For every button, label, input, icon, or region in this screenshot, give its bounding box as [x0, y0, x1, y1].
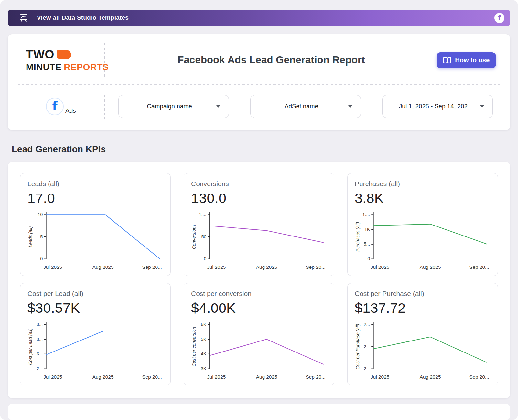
adset-name-dropdown[interactable]: AdSet name — [250, 95, 361, 118]
svg-text:5...: 5... — [364, 241, 370, 247]
dashboard-page: View all Data Studio Templates f TWO MIN… — [0, 0, 518, 420]
svg-text:Aug 2025: Aug 2025 — [92, 264, 114, 270]
svg-text:Sep 20...: Sep 20... — [469, 374, 489, 380]
kpi-card-cost-per-conversion: Cost per conversion $4.00K 3K4K5K6KCost … — [184, 283, 334, 386]
svg-text:Purchases (all): Purchases (all) — [355, 222, 360, 252]
svg-text:Cost per Purchase (all): Cost per Purchase (all) — [355, 324, 360, 369]
kpi-value: 17.0 — [27, 190, 163, 206]
kpi-line-chart: 0510Leads (all)Jul 2025Aug 2025Sep 20... — [27, 210, 163, 273]
svg-text:Jul 2025: Jul 2025 — [371, 264, 389, 270]
kpi-title: Cost per conversion — [191, 290, 327, 298]
kpi-card-conversions: Conversions 130.0 0501....ConversionsJul… — [184, 173, 334, 276]
kpi-title: Conversions — [191, 180, 327, 188]
svg-text:Sep 20...: Sep 20... — [142, 264, 162, 270]
kpi-value: $4.00K — [191, 300, 327, 316]
svg-text:Aug 2025: Aug 2025 — [420, 264, 441, 270]
svg-text:Leads (all): Leads (all) — [28, 226, 33, 247]
kpi-line-chart: 3K4K5K6KCost per conversionJul 2025Aug 2… — [191, 320, 327, 383]
svg-text:Sep 20...: Sep 20... — [306, 264, 325, 270]
adset-name-label: AdSet name — [285, 103, 318, 110]
report-header-card: TWO MINUTEREPORTS Facebook Ads Lead Gene… — [8, 34, 510, 130]
page-title: Facebook Ads Lead Generation Report — [106, 54, 437, 66]
filter-dropdowns: Campaign name AdSet name Jul 1, 2025 - S… — [106, 95, 493, 118]
kpi-title: Leads (all) — [27, 180, 163, 188]
svg-text:3...: 3... — [37, 336, 43, 341]
filter-row: f Ads Campaign name AdSet name Jul 1, 20… — [8, 85, 510, 130]
svg-text:0: 0 — [204, 256, 206, 261]
kpi-value: $30.57K — [27, 300, 163, 316]
campaign-name-label: Campaign name — [147, 103, 192, 110]
svg-text:3...: 3... — [37, 351, 43, 356]
section-title: Lead Generation KPIs — [12, 144, 518, 154]
logo-mark-icon — [57, 50, 71, 59]
kpi-card-cost-per-purchase: Cost per Purchase (all) $137.72 2...2...… — [347, 283, 498, 386]
svg-text:0: 0 — [367, 256, 370, 261]
svg-text:1....: 1.... — [362, 212, 370, 217]
kpi-line-chart: 2...3...3...3...Cost per Lead (all)Jul 2… — [27, 320, 163, 383]
kpi-line-chart: 05...1K1....Purchases (all)Jul 2025Aug 2… — [355, 210, 491, 273]
next-section-card — [8, 404, 510, 420]
svg-text:Sep 20...: Sep 20... — [142, 374, 162, 380]
kpi-value: 3.8K — [355, 190, 491, 206]
svg-text:Cost per conversion: Cost per conversion — [191, 327, 197, 366]
vertical-divider — [104, 94, 105, 119]
svg-text:50: 50 — [201, 234, 207, 239]
facebook-icon[interactable]: f — [494, 13, 504, 23]
svg-text:4K: 4K — [201, 351, 207, 356]
svg-text:Aug 2025: Aug 2025 — [420, 374, 441, 380]
svg-text:Aug 2025: Aug 2025 — [256, 374, 277, 380]
kpi-container: Leads (all) 17.0 0510Leads (all)Jul 2025… — [8, 162, 510, 398]
svg-text:3...: 3... — [37, 322, 43, 327]
svg-text:Jul 2025: Jul 2025 — [207, 374, 226, 380]
svg-text:Sep 20...: Sep 20... — [469, 264, 489, 270]
kpi-value: 130.0 — [191, 190, 327, 206]
svg-text:Sep 20...: Sep 20... — [306, 374, 325, 380]
vertical-divider — [104, 43, 105, 77]
svg-text:Conversions: Conversions — [191, 224, 197, 249]
svg-text:1....: 1.... — [199, 212, 206, 217]
svg-text:5: 5 — [40, 234, 43, 239]
book-icon — [443, 57, 451, 64]
svg-text:2...: 2... — [364, 322, 370, 327]
ads-label: Ads — [65, 107, 76, 115]
svg-text:Jul 2025: Jul 2025 — [43, 264, 62, 270]
svg-text:2...: 2... — [364, 366, 370, 371]
svg-text:Jul 2025: Jul 2025 — [371, 374, 389, 380]
svg-text:5K: 5K — [201, 336, 207, 341]
banner-label: View all Data Studio Templates — [37, 14, 129, 21]
date-range-label: Jul 1, 2025 - Sep 14, 202 — [399, 103, 468, 110]
kpi-grid: Leads (all) 17.0 0510Leads (all)Jul 2025… — [20, 173, 498, 385]
how-to-use-button[interactable]: How to use — [437, 52, 496, 68]
svg-text:Jul 2025: Jul 2025 — [207, 264, 226, 270]
svg-text:Cost per Lead (all): Cost per Lead (all) — [28, 328, 33, 365]
kpi-title: Cost per Lead (all) — [27, 290, 163, 298]
how-to-use-label: How to use — [455, 57, 490, 64]
svg-text:1K: 1K — [364, 227, 370, 232]
kpi-line-chart: 0501....ConversionsJul 2025Aug 2025Sep 2… — [191, 210, 327, 273]
svg-text:2...: 2... — [364, 344, 370, 349]
chart-board-icon — [19, 13, 28, 23]
svg-text:6K: 6K — [201, 322, 207, 327]
facebook-ads-icon: f — [46, 98, 64, 115]
kpi-title: Cost per Purchase (all) — [355, 290, 491, 298]
campaign-name-dropdown[interactable]: Campaign name — [118, 95, 229, 118]
logo-text-reports: REPORTS — [64, 62, 109, 72]
svg-text:Aug 2025: Aug 2025 — [92, 374, 114, 380]
kpi-line-chart: 2...2...2...Cost per Purchase (all)Jul 2… — [355, 320, 491, 383]
logo-text-minute: MINUTE — [26, 62, 61, 72]
two-minute-reports-logo: TWO MINUTEREPORTS — [26, 48, 104, 72]
kpi-value: $137.72 — [355, 300, 491, 316]
kpi-card-leads: Leads (all) 17.0 0510Leads (all)Jul 2025… — [20, 173, 171, 276]
svg-text:Jul 2025: Jul 2025 — [43, 374, 62, 380]
chevron-down-icon — [216, 105, 220, 108]
header-top-row: TWO MINUTEREPORTS Facebook Ads Lead Gene… — [8, 34, 510, 84]
kpi-title: Purchases (all) — [355, 180, 491, 188]
svg-text:10: 10 — [38, 212, 43, 217]
logo-text-two: TWO — [26, 48, 54, 61]
templates-banner[interactable]: View all Data Studio Templates f — [8, 10, 510, 26]
chevron-down-icon — [480, 105, 484, 108]
svg-text:Aug 2025: Aug 2025 — [256, 264, 277, 270]
facebook-ads-source: f Ads — [26, 98, 104, 115]
date-range-dropdown[interactable]: Jul 1, 2025 - Sep 14, 202 — [382, 95, 493, 118]
chevron-down-icon — [348, 105, 352, 108]
